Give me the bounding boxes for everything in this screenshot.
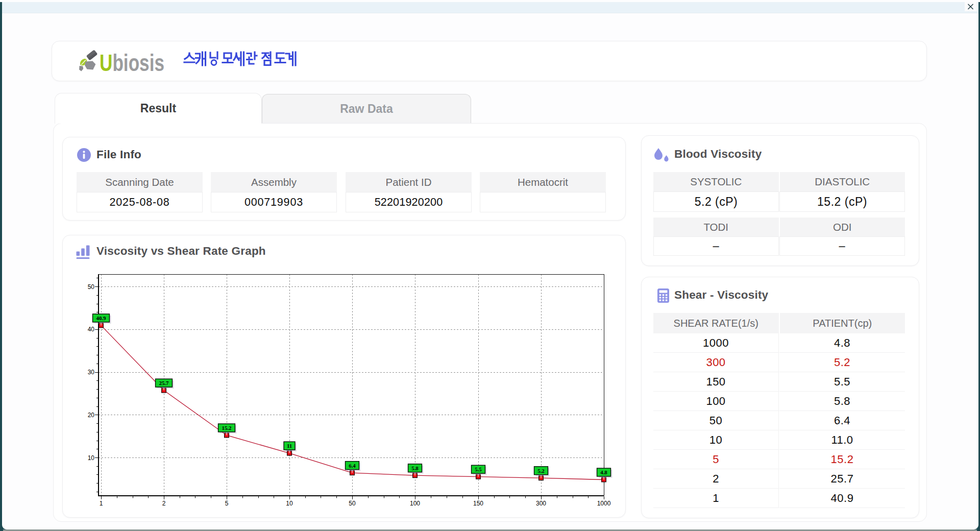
svg-text:10: 10 [88, 454, 95, 462]
svg-text:20: 20 [88, 412, 95, 419]
svg-text:5.2: 5.2 [537, 468, 545, 474]
svg-text:300: 300 [536, 500, 546, 507]
svg-text:11: 11 [287, 443, 292, 449]
svg-text:4.8: 4.8 [600, 469, 607, 475]
svg-text:50: 50 [349, 500, 356, 507]
svg-text:5.8: 5.8 [411, 465, 419, 471]
svg-text:1: 1 [100, 500, 103, 507]
svg-text:Ubiosis: Ubiosis [100, 50, 164, 73]
svg-text:2: 2 [162, 500, 166, 507]
svg-text:10: 10 [286, 500, 293, 507]
svg-text:100: 100 [410, 500, 420, 507]
svg-text:40.9: 40.9 [96, 315, 106, 321]
svg-text:5: 5 [225, 500, 229, 507]
svg-text:40: 40 [88, 326, 95, 333]
svg-text:30: 30 [88, 369, 95, 376]
svg-text:15.2: 15.2 [222, 425, 232, 431]
svg-text:5.5: 5.5 [475, 466, 482, 472]
svg-text:1000: 1000 [597, 500, 611, 507]
svg-text:6.4: 6.4 [349, 463, 356, 469]
svg-text:50: 50 [88, 283, 95, 291]
svg-text:25.7: 25.7 [159, 380, 169, 386]
svg-text:150: 150 [473, 500, 483, 507]
